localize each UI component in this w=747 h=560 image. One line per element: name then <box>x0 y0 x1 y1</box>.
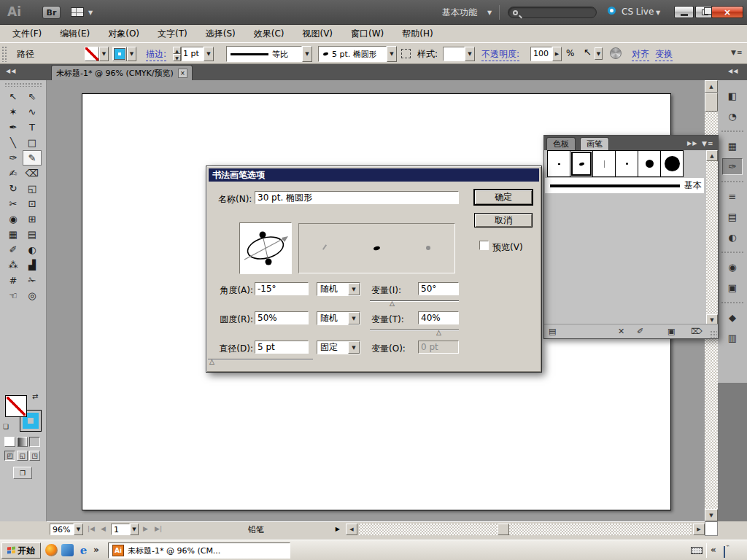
last-artboard-icon[interactable]: ▶| <box>155 525 162 532</box>
default-fill-stroke-icon[interactable]: ❏ <box>3 423 9 430</box>
select-similar-icon[interactable]: ↖ <box>584 47 592 58</box>
arrange-documents-dropdown-icon[interactable]: ▼ <box>88 9 93 16</box>
search-input[interactable] <box>508 7 597 18</box>
roundness-variation-input[interactable] <box>418 311 459 324</box>
gradient-panel-icon[interactable]: ▤ <box>722 209 743 225</box>
pencil-tool[interactable]: ✎ <box>23 150 42 166</box>
close-button[interactable]: × <box>711 6 743 18</box>
cancel-button[interactable]: 取消 <box>474 213 533 228</box>
free-transform-tool[interactable]: ⊡ <box>23 196 42 211</box>
stroke-color-dropdown-icon[interactable]: ▼ <box>127 47 136 61</box>
angle-input[interactable] <box>255 282 309 295</box>
scale-tool[interactable]: ◱ <box>23 181 42 196</box>
network-icon[interactable] <box>724 546 725 558</box>
artboard-tool[interactable]: # <box>4 273 23 288</box>
roundness-variation-slider-thumb[interactable]: △ <box>436 329 441 336</box>
menubar-item-3[interactable]: 文字(T) <box>155 26 190 42</box>
tab-swatches[interactable]: 色板 <box>546 137 576 150</box>
angle-variation-slider-thumb[interactable]: △ <box>390 300 395 307</box>
hand-tool[interactable]: ☜ <box>4 288 23 303</box>
brush-item-3[interactable] <box>592 150 616 177</box>
diameter-mode-dropdown[interactable]: 固定 ▼ <box>317 341 360 354</box>
pen-tool[interactable]: ✒ <box>4 120 23 135</box>
perspective-grid-tool[interactable]: ⊞ <box>23 211 42 227</box>
brush-definition-dropdown[interactable]: 5 pt. 椭圆形 <box>318 46 387 62</box>
new-brush-icon[interactable]: ▣ <box>667 327 675 336</box>
panel-resize-grip[interactable] <box>710 330 717 338</box>
stroke-weight-up-icon[interactable]: ▲ <box>173 47 181 54</box>
brush-options-icon[interactable]: ✐ <box>637 327 643 336</box>
align-panel-link[interactable]: 对齐 <box>632 48 649 61</box>
graphic-styles-panel-icon[interactable]: ▣ <box>722 279 743 296</box>
direct-selection-tool[interactable]: ⇖ <box>23 89 42 104</box>
stroke-panel-link[interactable]: 描边: <box>146 48 166 61</box>
control-panel-menu-icon[interactable]: ▼≡ <box>731 49 743 56</box>
menubar-item-2[interactable]: 对象(O) <box>105 26 142 42</box>
menubar-item-4[interactable]: 选择(S) <box>203 26 239 42</box>
stroke-weight-dropdown-icon[interactable]: ▼ <box>204 47 214 61</box>
workspace-switcher[interactable]: 基本功能 <box>442 7 477 19</box>
brushes-scroll-up-icon[interactable]: ▲ <box>706 150 718 161</box>
none-mode-button[interactable] <box>29 437 40 447</box>
preview-checkbox[interactable] <box>479 241 489 250</box>
cs-live-label[interactable]: CS Live <box>622 7 654 17</box>
rotate-tool[interactable]: ↻ <box>4 181 23 196</box>
scroll-up-icon[interactable]: ▲ <box>705 80 718 93</box>
draw-inside-button[interactable]: ◳ <box>29 451 40 461</box>
menubar-item-7[interactable]: 窗口(W) <box>348 26 387 42</box>
zoom-level-input[interactable]: 96% <box>50 524 74 535</box>
horizontal-scroll-thumb[interactable] <box>498 524 509 535</box>
fill-color-swatch[interactable] <box>85 47 99 61</box>
lasso-tool[interactable]: ∿ <box>23 104 42 120</box>
internet-explorer-icon[interactable]: e <box>77 544 90 556</box>
roundness-mode-dropdown[interactable]: 随机 ▼ <box>317 311 360 325</box>
document-tab[interactable]: 未标题-1* @ 96% (CMYK/预览) × <box>51 65 193 80</box>
fill-color-dropdown-icon[interactable]: ▼ <box>99 47 109 61</box>
draw-behind-button[interactable]: ◱ <box>17 451 28 461</box>
roundness-variation-slider[interactable] <box>370 330 459 331</box>
diameter-slider-thumb[interactable]: △ <box>209 358 214 365</box>
diameter-mode-dropdown-icon[interactable]: ▼ <box>348 341 360 354</box>
bridge-button[interactable]: Br <box>42 6 61 19</box>
shape-builder-tool[interactable]: ◉ <box>4 211 23 227</box>
brush-item-5[interactable] <box>638 150 661 177</box>
type-tool[interactable]: T <box>23 120 42 135</box>
blend-tool[interactable]: ◐ <box>23 242 42 257</box>
brush-item-2[interactable] <box>570 150 593 177</box>
angle-mode-dropdown-icon[interactable]: ▼ <box>348 283 360 295</box>
screen-mode-button[interactable]: ❐ <box>13 467 32 479</box>
delete-brush-icon[interactable]: ⌦ <box>691 327 703 336</box>
status-popup-icon[interactable]: ▶ <box>336 526 340 532</box>
tray-collapse-icon[interactable]: « <box>711 545 716 555</box>
layers-panel-icon[interactable]: ◆ <box>722 309 743 326</box>
diameter-input[interactable] <box>255 341 309 354</box>
recolor-artwork-icon[interactable] <box>610 47 622 59</box>
symbol-sprayer-tool[interactable]: ⁂ <box>4 257 23 273</box>
menubar-item-8[interactable]: 帮助(H) <box>399 26 436 42</box>
start-button[interactable]: 开始 <box>1 542 41 559</box>
eyedropper-tool[interactable]: ✐ <box>4 242 23 257</box>
roundness-mode-dropdown-icon[interactable]: ▼ <box>348 312 360 324</box>
horizontal-scrollbar[interactable] <box>359 524 692 535</box>
width-profile-dropdown-icon[interactable]: ▼ <box>302 46 312 62</box>
angle-variation-input[interactable] <box>418 282 459 295</box>
tab-brushes[interactable]: 画笔 <box>580 137 609 150</box>
brushes-scrollbar[interactable]: ▲ ▼ <box>706 150 718 325</box>
swap-fill-stroke-icon[interactable]: ⇄ <box>32 392 38 400</box>
fill-swatch[interactable] <box>5 395 27 417</box>
width-profile-dropdown[interactable]: 等比 <box>226 46 302 62</box>
stroke-weight-input[interactable]: 1 pt <box>181 47 204 61</box>
opacity-input[interactable]: 100 <box>530 47 552 61</box>
workspace-dropdown-icon[interactable]: ▼ <box>487 9 492 16</box>
slice-tool[interactable]: ✁ <box>23 273 42 288</box>
cs-live-dropdown-icon[interactable]: ▼ <box>656 9 660 16</box>
color-panel-icon[interactable]: ◧ <box>722 88 743 104</box>
opacity-slider-icon[interactable]: ▶ <box>552 47 562 61</box>
remove-brush-stroke-icon[interactable]: ✕ <box>618 327 624 336</box>
brush-item-1[interactable] <box>547 150 570 177</box>
diameter-slider[interactable] <box>208 359 313 360</box>
opacity-panel-link[interactable]: 不透明度: <box>481 48 519 61</box>
panel-collapse-icon[interactable]: ▶▶ <box>687 140 697 147</box>
draw-normal-button[interactable]: ◰ <box>4 451 15 461</box>
transparency-panel-icon[interactable]: ◐ <box>722 229 743 246</box>
